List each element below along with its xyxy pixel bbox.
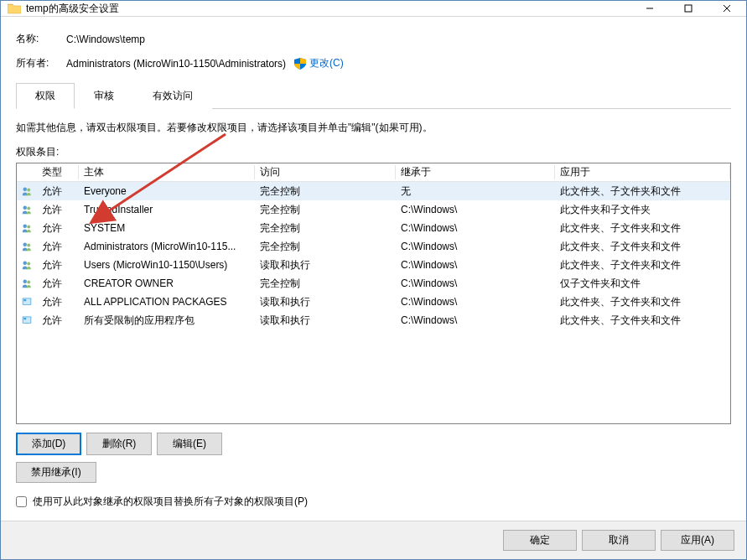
- entry-apply: 此文件夹、子文件夹和文件: [555, 314, 730, 328]
- apply-button[interactable]: 应用(A): [661, 530, 734, 551]
- entry-principal: CREATOR OWNER: [79, 277, 255, 289]
- table-row[interactable]: 允许ALL APPLICATION PACKAGES读取和执行C:\Window…: [17, 293, 730, 311]
- tab-1[interactable]: 审核: [75, 83, 133, 109]
- svg-point-9: [27, 226, 30, 229]
- replace-children-row[interactable]: 使用可从此对象继承的权限项目替换所有子对象的权限项目(P): [16, 495, 731, 509]
- col-principal[interactable]: 主体: [79, 165, 255, 179]
- entry-inherit: 无: [396, 184, 555, 199]
- replace-children-checkbox[interactable]: [16, 496, 27, 507]
- entry-access: 读取和执行: [255, 295, 396, 309]
- name-label: 名称:: [16, 32, 66, 46]
- tab-2[interactable]: 有效访问: [133, 83, 212, 109]
- entry-access: 完全控制: [255, 184, 396, 199]
- owner-label: 所有者:: [16, 56, 66, 70]
- entry-principal: Everyone: [79, 185, 255, 197]
- owner-value: Administrators (MicroWin10-1150\Administ…: [66, 58, 286, 70]
- entry-principal: 所有受限制的应用程序包: [79, 314, 255, 328]
- entry-apply: 此文件夹、子文件夹和文件: [555, 295, 730, 309]
- entry-type: 允许: [37, 221, 79, 236]
- close-button[interactable]: [708, 1, 746, 16]
- col-type[interactable]: 类型: [37, 165, 79, 179]
- minimize-button[interactable]: [630, 1, 669, 16]
- entry-apply: 此文件夹、子文件夹和文件: [555, 184, 730, 199]
- table-row[interactable]: 允许TrustedInstaller完全控制C:\Windows\此文件夹和子文…: [17, 200, 730, 219]
- entry-access: 完全控制: [255, 277, 396, 291]
- svg-point-11: [27, 244, 30, 247]
- entry-access: 完全控制: [255, 203, 396, 217]
- svg-point-8: [23, 225, 28, 229]
- remove-button[interactable]: 删除(R): [86, 433, 152, 455]
- edit-button[interactable]: 编辑(E): [157, 433, 222, 455]
- entry-icon-users: [17, 240, 37, 253]
- entry-inherit: C:\Windows\: [396, 259, 555, 271]
- entry-icon-users: [17, 203, 37, 216]
- change-owner-link[interactable]: 更改(C): [309, 56, 344, 70]
- window-title: temp的高级安全设置: [26, 2, 630, 16]
- entry-inherit: C:\Windows\: [396, 296, 555, 308]
- cancel-button[interactable]: 取消: [582, 530, 656, 551]
- maximize-icon: [684, 4, 693, 13]
- svg-point-6: [23, 206, 28, 210]
- table-row[interactable]: 允许SYSTEM完全控制C:\Windows\此文件夹、子文件夹和文件: [17, 219, 730, 237]
- table-row[interactable]: 允许Everyone完全控制无此文件夹、子文件夹和文件: [17, 182, 730, 200]
- dialog-footer: 确定 取消 应用(A): [1, 521, 746, 559]
- table-row[interactable]: 允许Users (MicroWin10-1150\Users)读取和执行C:\W…: [17, 256, 730, 274]
- entry-principal: Users (MicroWin10-1150\Users): [79, 259, 255, 271]
- entry-type: 允许: [37, 277, 79, 291]
- titlebar: temp的高级安全设置: [1, 1, 746, 17]
- entry-apply: 仅子文件夹和文件: [555, 277, 730, 291]
- entry-icon-app: [17, 314, 37, 327]
- entry-icon-app: [17, 295, 37, 309]
- col-access[interactable]: 访问: [255, 165, 396, 179]
- entry-inherit: C:\Windows\: [396, 241, 555, 252]
- table-header: 类型 主体 访问 继承于 应用于: [17, 163, 730, 182]
- tab-strip: 权限审核有效访问: [16, 82, 731, 109]
- svg-point-12: [23, 262, 28, 266]
- entry-type: 允许: [37, 295, 79, 309]
- col-apply[interactable]: 应用于: [555, 165, 730, 179]
- tab-0[interactable]: 权限: [16, 83, 75, 109]
- entry-type: 允许: [37, 184, 79, 199]
- svg-rect-18: [23, 299, 26, 301]
- entry-type: 允许: [37, 258, 79, 272]
- entry-type: 允许: [37, 240, 79, 254]
- entry-type: 允许: [37, 203, 79, 217]
- table-row[interactable]: 允许CREATOR OWNER完全控制C:\Windows\仅子文件夹和文件: [17, 274, 730, 293]
- entry-principal: Administrators (MicroWin10-115...: [79, 241, 255, 252]
- svg-point-7: [27, 207, 30, 210]
- ok-button[interactable]: 确定: [503, 530, 577, 551]
- table-row[interactable]: 允许所有受限制的应用程序包读取和执行C:\Windows\此文件夹、子文件夹和文…: [17, 311, 730, 329]
- entry-type: 允许: [37, 314, 79, 328]
- maximize-button[interactable]: [669, 1, 708, 16]
- entry-principal: SYSTEM: [79, 222, 255, 234]
- entry-icon-users: [17, 184, 37, 198]
- entry-inherit: C:\Windows\: [396, 314, 555, 326]
- entry-access: 读取和执行: [255, 314, 396, 328]
- entry-access: 完全控制: [255, 240, 396, 254]
- entry-apply: 此文件夹、子文件夹和文件: [555, 221, 730, 236]
- svg-point-4: [23, 188, 28, 192]
- entry-access: 完全控制: [255, 221, 396, 236]
- entry-inherit: C:\Windows\: [396, 222, 555, 234]
- hint-text: 如需其他信息，请双击权限项目。若要修改权限项目，请选择该项目并单击"编辑"(如果…: [16, 121, 731, 135]
- replace-children-label: 使用可从此对象继承的权限项目替换所有子对象的权限项目(P): [33, 495, 308, 509]
- entry-icon-users: [17, 221, 37, 235]
- entry-apply: 此文件夹、子文件夹和文件: [555, 240, 730, 254]
- svg-point-5: [27, 189, 30, 192]
- entry-principal: ALL APPLICATION PACKAGES: [79, 296, 255, 308]
- entry-icon-users: [17, 277, 37, 290]
- shield-icon: [294, 58, 306, 70]
- folder-icon: [8, 3, 21, 14]
- entry-icon-users: [17, 258, 37, 272]
- disable-inheritance-button[interactable]: 禁用继承(I): [16, 462, 96, 483]
- entries-label: 权限条目:: [16, 145, 731, 159]
- entry-inherit: C:\Windows\: [396, 277, 555, 289]
- entry-access: 读取和执行: [255, 258, 396, 272]
- add-button[interactable]: 添加(D): [16, 433, 81, 455]
- minimize-icon: [646, 4, 654, 13]
- svg-point-10: [23, 243, 28, 247]
- close-icon: [723, 4, 731, 13]
- col-inherit[interactable]: 继承于: [396, 165, 555, 179]
- entry-principal: TrustedInstaller: [79, 204, 255, 215]
- table-row[interactable]: 允许Administrators (MicroWin10-115...完全控制C…: [17, 237, 730, 256]
